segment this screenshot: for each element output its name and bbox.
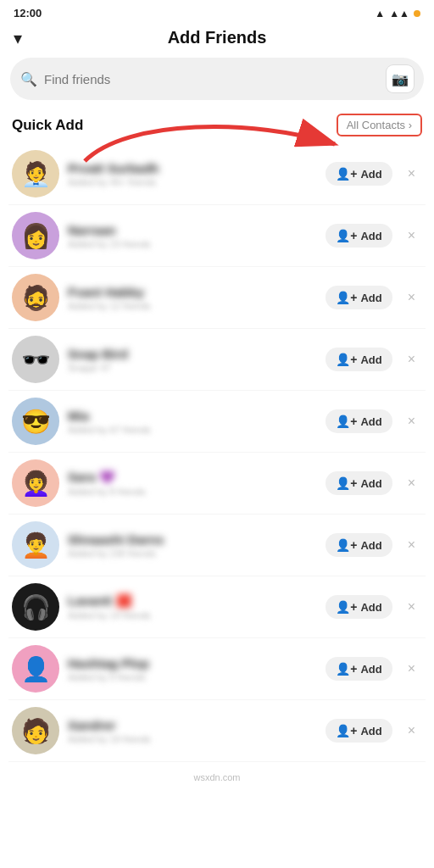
search-bar: 🔍 📷 [10, 58, 424, 100]
friend-sub: Added by 67 friends [68, 425, 317, 435]
add-person-icon: 👤+ [336, 662, 357, 676]
dismiss-button[interactable]: × [401, 472, 422, 494]
friend-name: Narraan [68, 223, 317, 237]
friend-info: Sara 💜 Added by 8 friends [68, 470, 317, 497]
friend-sub: Added by 12 friends [68, 301, 317, 311]
avatar: 👤 [12, 645, 59, 693]
friend-sub: Added by 14 friends [68, 610, 317, 620]
dismiss-button[interactable]: × [401, 163, 422, 185]
friend-sub: Added by 8 friends [68, 487, 317, 497]
avatar: 🧔 [12, 274, 59, 321]
add-label: Add [360, 415, 381, 428]
add-person-icon: 👤+ [336, 353, 357, 366]
add-label: Add [360, 663, 381, 676]
list-item: 🧔 Fvant Habby Added by 12 friends 👤+ Add… [8, 267, 426, 329]
dismiss-button[interactable]: × [401, 534, 422, 556]
friend-info: Narraan Added by 23 friends [68, 223, 317, 249]
add-person-icon: 👤+ [336, 476, 357, 490]
dismiss-button[interactable]: × [401, 287, 422, 309]
dismiss-button[interactable]: × [401, 348, 422, 370]
friend-list: 🧑‍💼 Prvatt Surbadh Added by 45+ friends … [0, 143, 434, 762]
add-person-icon: 👤+ [336, 600, 357, 614]
list-item: 🎧 Lavanti 🟥 Added by 14 friends 👤+ Add × [8, 576, 426, 638]
status-bar: 12:00 ▲ ▲▲ [0, 0, 434, 23]
friend-sub: Added by 5 friends [68, 672, 317, 682]
friend-name: Snap Bird [68, 347, 317, 361]
friend-name: Shnaashi Darns [68, 532, 317, 547]
add-label: Add [360, 725, 381, 737]
add-friend-button[interactable]: 👤+ Add [326, 286, 392, 309]
add-person-icon: 👤+ [336, 724, 357, 737]
list-item: 👩 Narraan Added by 23 friends 👤+ Add × [8, 205, 426, 267]
add-friend-button[interactable]: 👤+ Add [326, 719, 392, 743]
wifi-icon: ▲ [375, 8, 385, 19]
add-person-icon: 👤+ [336, 538, 357, 552]
add-label: Add [360, 539, 381, 552]
add-friend-button[interactable]: 👤+ Add [326, 348, 392, 371]
status-icons: ▲ ▲▲ [375, 8, 420, 19]
add-label: Add [360, 477, 381, 490]
avatar: 🧑‍🦱 [12, 521, 59, 569]
add-friend-button[interactable]: 👤+ Add [326, 657, 392, 681]
friend-sub: Added by 45+ friends [68, 177, 317, 187]
friend-info: Xandrer Added by 19 friends [68, 718, 317, 744]
avatar: 👩 [12, 212, 59, 259]
add-person-icon: 👤+ [336, 415, 357, 428]
quick-add-header: Quick Add All Contacts › [0, 110, 434, 143]
list-item: 😎 Mia Added by 67 friends 👤+ Add × [8, 391, 426, 453]
camera-icon: 📷 [392, 71, 409, 87]
add-label: Add [360, 353, 381, 366]
add-friend-button[interactable]: 👤+ Add [326, 533, 392, 557]
list-item: 🕶️ Snap Bird Snappr 47 👤+ Add × [8, 329, 426, 391]
avatar: 😎 [12, 398, 59, 445]
friend-info: Shnaashi Darns Added by 230 friends [68, 532, 317, 559]
friend-info: Hashtag Plop Added by 5 friends [68, 656, 317, 682]
add-friend-button[interactable]: 👤+ Add [326, 224, 392, 248]
add-friend-button[interactable]: 👤+ Add [326, 595, 392, 619]
avatar: 👩‍🦱 [12, 459, 59, 507]
add-friend-button[interactable]: 👤+ Add [326, 162, 392, 186]
friend-name: Sara 💜 [68, 470, 317, 485]
status-time: 12:00 [14, 7, 42, 19]
search-input[interactable] [44, 72, 380, 86]
list-item: 🧑 Xandrer Added by 19 friends 👤+ Add × [8, 700, 426, 762]
dismiss-button[interactable]: × [401, 720, 422, 742]
friend-name: Mia [68, 409, 317, 423]
avatar: 🎧 [12, 583, 59, 631]
friend-info: Lavanti 🟥 Added by 14 friends [68, 593, 317, 620]
add-person-icon: 👤+ [336, 167, 357, 181]
dismiss-button[interactable]: × [401, 596, 422, 618]
friend-name: Prvatt Surbadh [68, 161, 317, 175]
friend-name: Hashtag Plop [68, 656, 317, 670]
dismiss-button[interactable]: × [401, 225, 422, 247]
quick-add-title: Quick Add [12, 117, 83, 134]
camera-button[interactable]: 📷 [387, 65, 414, 92]
add-friend-button[interactable]: 👤+ Add [326, 471, 392, 495]
friend-name: Fvant Habby [68, 285, 317, 299]
page-header: ▾ Add Friends [0, 23, 434, 58]
friend-name: Lavanti 🟥 [68, 593, 317, 609]
signal-icon: ▲▲ [389, 8, 409, 19]
add-person-icon: 👤+ [336, 291, 357, 304]
list-item: 🧑‍🦱 Shnaashi Darns Added by 230 friends … [8, 515, 426, 576]
list-item: 🧑‍💼 Prvatt Surbadh Added by 45+ friends … [8, 143, 426, 205]
friend-sub: Added by 230 friends [68, 548, 317, 559]
friend-name: Xandrer [68, 718, 317, 732]
add-label: Add [360, 230, 381, 242]
friend-info: Prvatt Surbadh Added by 45+ friends [68, 161, 317, 187]
all-contacts-button[interactable]: All Contacts › [337, 114, 422, 136]
search-icon: 🔍 [20, 71, 37, 87]
friend-info: Mia Added by 67 friends [68, 409, 317, 435]
back-chevron[interactable]: ▾ [14, 28, 22, 48]
watermark: wsxdn.com [0, 762, 434, 786]
list-item: 👩‍🦱 Sara 💜 Added by 8 friends 👤+ Add × [8, 453, 426, 515]
dismiss-button[interactable]: × [401, 658, 422, 680]
friend-sub: Snappr 47 [68, 363, 317, 373]
list-item: 👤 Hashtag Plop Added by 5 friends 👤+ Add… [8, 638, 426, 700]
dismiss-button[interactable]: × [401, 410, 422, 432]
add-person-icon: 👤+ [336, 229, 357, 242]
avatar: 🧑 [12, 707, 59, 754]
avatar: 🕶️ [12, 336, 59, 383]
add-label: Add [360, 601, 381, 614]
add-friend-button[interactable]: 👤+ Add [326, 409, 392, 433]
